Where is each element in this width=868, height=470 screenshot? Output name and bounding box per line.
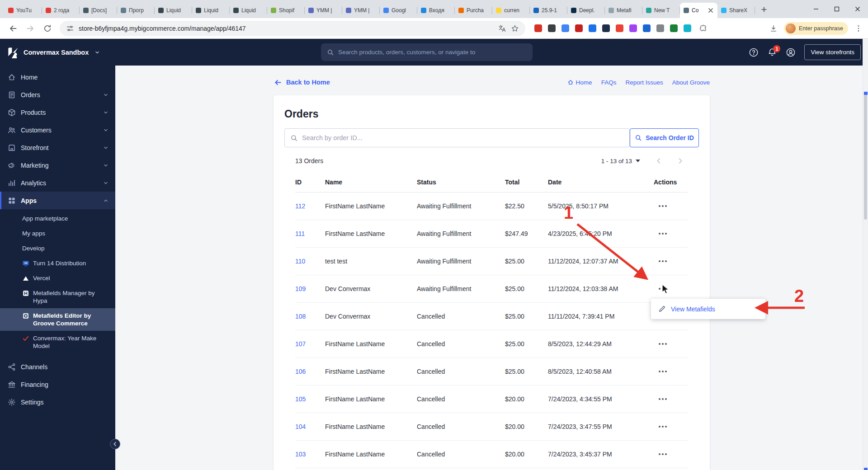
browser-tab[interactable]: Входя (417, 3, 455, 18)
row-actions-button[interactable] (655, 366, 671, 377)
row-actions-button[interactable] (655, 448, 671, 460)
browser-tab[interactable]: Deepl. (567, 3, 605, 18)
sidebar-item[interactable]: Storefront (0, 139, 115, 156)
extension-icon[interactable] (602, 24, 610, 32)
browser-tab[interactable]: YMM | (342, 3, 380, 18)
extension-icon[interactable] (670, 24, 678, 32)
browser-tab[interactable]: Purcha (455, 3, 492, 18)
back-to-home-link[interactable]: Back to Home (274, 78, 330, 87)
browser-tab[interactable]: Прогр (117, 3, 155, 18)
extension-icon[interactable] (656, 24, 664, 32)
order-id-link[interactable]: 111 (295, 230, 305, 237)
link-home[interactable]: Home (567, 79, 592, 86)
tab-close-icon[interactable] (708, 7, 714, 14)
browser-tab[interactable]: 25.9-1 (530, 3, 567, 18)
row-actions-button[interactable] (655, 393, 671, 405)
window-close-button[interactable] (847, 0, 868, 18)
global-search[interactable] (321, 43, 533, 61)
pagination-prev-icon[interactable] (656, 158, 662, 164)
sidebar-item[interactable]: Analytics (0, 174, 115, 192)
browser-tab[interactable]: Liquid (192, 3, 230, 18)
reload-button[interactable] (40, 21, 55, 36)
link-report-issues[interactable]: Report Issues (625, 79, 663, 86)
sidebar-item[interactable]: Orders (0, 86, 115, 103)
order-id-link[interactable]: 104 (295, 423, 306, 430)
extension-icon[interactable] (561, 24, 569, 32)
order-id-link[interactable]: 109 (295, 285, 306, 292)
browser-tab[interactable]: Googl (380, 3, 417, 18)
browser-tab[interactable]: Liquid (155, 3, 192, 18)
browser-tab[interactable]: ShareX (717, 3, 755, 18)
extension-icon[interactable] (589, 24, 596, 32)
address-bar[interactable]: store-b6yfjmpa4g.mybigcommerce.com/manag… (60, 21, 525, 36)
bookmark-star-icon[interactable] (511, 24, 519, 33)
scrollbar-thumb[interactable] (864, 93, 867, 220)
global-search-input[interactable] (338, 49, 527, 56)
browser-tab[interactable]: New T (642, 3, 680, 18)
browser-tab[interactable]: Metafi (605, 3, 642, 18)
sidebar-item[interactable]: Customers (0, 121, 115, 139)
help-icon[interactable] (749, 47, 759, 57)
link-faqs[interactable]: FAQs (601, 79, 617, 86)
view-storefronts-button[interactable]: View storefronts (804, 44, 861, 60)
sidebar-item[interactable]: Channels (0, 358, 115, 376)
sidebar-item[interactable]: Home (0, 68, 115, 86)
browser-tab[interactable]: 2 года (42, 3, 80, 18)
sidebar-subitem[interactable]: Convermax: Year Make Model (0, 331, 115, 353)
row-actions-button[interactable] (655, 338, 671, 350)
account-icon[interactable] (786, 47, 796, 57)
order-id-link[interactable]: 107 (295, 340, 306, 348)
order-id-link[interactable]: 103 (295, 451, 306, 458)
forward-button[interactable] (23, 21, 38, 36)
browser-tab[interactable]: Shopif (267, 3, 305, 18)
extension-icon[interactable] (643, 24, 651, 32)
sidebar-subitem[interactable]: Metafields Manager by Hypa (0, 286, 115, 308)
sidebar-subitem[interactable]: Metafields Editor by Groove Commerce (0, 308, 115, 331)
order-id-link[interactable]: 106 (295, 368, 306, 375)
extension-icon[interactable] (616, 24, 623, 32)
order-id-link[interactable]: 108 (295, 313, 306, 320)
page-scrollbar[interactable] (863, 39, 868, 470)
extension-icon[interactable] (629, 24, 637, 32)
extension-icon[interactable] (575, 24, 583, 32)
sidebar-item[interactable]: Settings (0, 393, 115, 411)
sidebar-subitem[interactable]: App marketplace (0, 211, 115, 226)
window-maximize-button[interactable] (826, 0, 847, 18)
sidebar-collapse-button[interactable] (110, 439, 120, 449)
new-tab-button[interactable] (758, 3, 770, 16)
extensions-puzzle-icon[interactable] (699, 24, 708, 33)
browser-tab[interactable]: Liquid (230, 3, 267, 18)
link-about-groove[interactable]: About Groove (672, 79, 710, 86)
order-id-link[interactable]: 105 (295, 395, 306, 403)
search-order-id-button[interactable]: Search Order ID (630, 128, 699, 147)
pagination-next-icon[interactable] (677, 158, 684, 164)
pagination-caret-icon[interactable] (636, 160, 640, 162)
profile-chip[interactable]: Enter passphrase (784, 22, 848, 35)
window-minimize-button[interactable] (806, 0, 826, 18)
notifications-bell-icon[interactable]: 1 (767, 47, 777, 57)
browser-tab[interactable]: curren (492, 3, 530, 18)
back-button[interactable] (5, 21, 21, 36)
sidebar-item[interactable]: Products (0, 103, 115, 121)
browser-menu-icon[interactable] (854, 24, 863, 33)
downloads-icon[interactable] (769, 24, 778, 33)
browser-tab[interactable]: [Docs] (80, 3, 117, 18)
store-name[interactable]: Convermax Sandbox (24, 49, 89, 56)
order-id-link[interactable]: 112 (295, 202, 305, 210)
browser-tab[interactable]: YouTu (5, 3, 42, 18)
sidebar-subitem[interactable]: My apps (0, 226, 115, 241)
translate-icon[interactable] (498, 24, 506, 33)
extension-icon[interactable] (684, 24, 691, 32)
browser-tab[interactable]: Co (680, 3, 717, 18)
sidebar-subitem[interactable]: Vercel (0, 271, 115, 286)
row-actions-button[interactable] (655, 200, 671, 212)
sidebar-subitem[interactable]: 14 Turn 14 Distribution (0, 256, 115, 271)
order-search-input[interactable] (302, 134, 624, 141)
chevron-down-icon[interactable] (94, 49, 100, 56)
site-info-icon[interactable] (66, 24, 74, 33)
browser-tab[interactable]: YMM | (305, 3, 342, 18)
order-id-link[interactable]: 110 (295, 258, 305, 265)
sidebar-item[interactable]: Marketing (0, 156, 115, 174)
extension-icon[interactable] (534, 24, 542, 32)
extension-icon[interactable] (548, 24, 556, 32)
